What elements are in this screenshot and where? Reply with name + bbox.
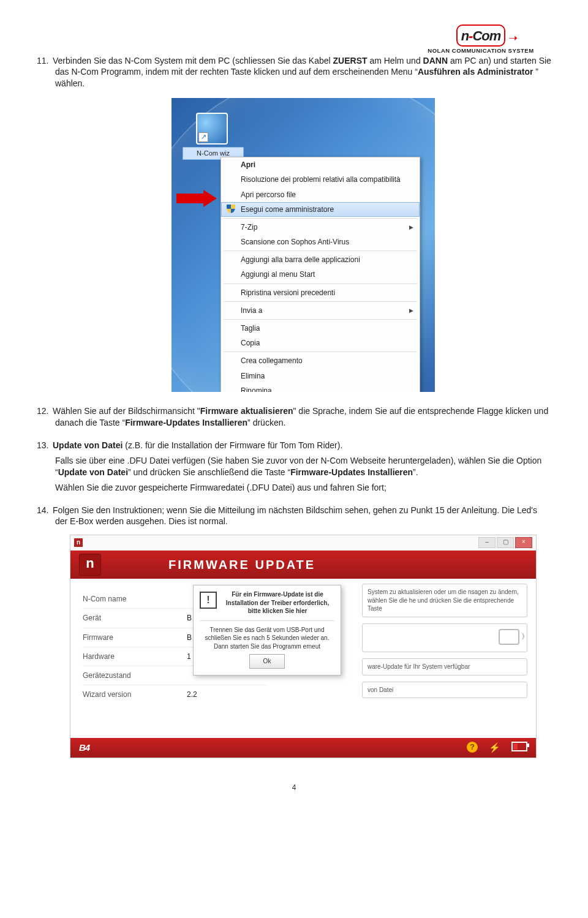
menu-item-taskbar[interactable]: Aggiungi alla barra delle applicazioni bbox=[221, 252, 420, 267]
uac-shield-icon bbox=[227, 205, 235, 213]
menu-item-cut[interactable]: Taglia bbox=[221, 321, 420, 336]
menu-item-compat[interactable]: Risoluzione dei problemi relativi alla c… bbox=[221, 172, 420, 187]
page-number: 4 bbox=[37, 783, 551, 792]
step-number: 14. bbox=[37, 505, 53, 516]
callout-arrow-icon bbox=[176, 190, 217, 207]
step-14: 14.Folgen Sie den Instruktionen; wenn Si… bbox=[37, 505, 551, 759]
shortcut-overlay-icon: ↗ bbox=[198, 132, 208, 142]
chevron-right-icon: ▶ bbox=[409, 307, 413, 314]
text-bold: Firmware-Updates Installieren bbox=[125, 418, 247, 427]
step-number: 11. bbox=[37, 55, 53, 67]
bolt-icon: ⚡ bbox=[489, 742, 500, 754]
text-bold: DANN bbox=[423, 56, 448, 66]
menu-item-label: Esegui come amministratore bbox=[241, 205, 334, 214]
speaker-icon bbox=[499, 629, 519, 645]
menu-item-restore[interactable]: Ripristina versioni precedenti bbox=[221, 285, 420, 300]
field-label: Gerät bbox=[83, 613, 187, 623]
footer-bar: B4 ? ⚡ bbox=[70, 738, 536, 758]
text: Wählen Sie auf der Bildschirmansicht " bbox=[53, 406, 200, 416]
text: Folgen Sie den Instruktionen; wenn Sie d… bbox=[53, 505, 537, 527]
step-12: 12.Wählen Sie auf der Bildschirmansicht … bbox=[37, 405, 551, 429]
ok-button[interactable]: Ok bbox=[249, 654, 285, 669]
field-value: 2.2 bbox=[187, 690, 197, 699]
logo-text-n: n bbox=[461, 28, 469, 43]
field-label: N-Com name bbox=[83, 594, 187, 604]
side-panel: System zu aktualisieren oder um die nsag… bbox=[362, 584, 527, 704]
field-value: B bbox=[187, 613, 192, 623]
field-label: Wizard version bbox=[83, 690, 187, 699]
text: ” und drücken Sie anschließend die Taste… bbox=[128, 467, 290, 477]
header-title: FIRMWARE UPDATE bbox=[168, 557, 315, 573]
field-row-wizard: Wizard version2.2 bbox=[83, 685, 266, 704]
text: Wählen Sie die zuvor gespeicherte Firmwa… bbox=[55, 482, 551, 494]
header-bar: n FIRMWARE UPDATE bbox=[70, 551, 536, 579]
screenshot-context-menu: ↗ N-Com wiz Apri Risoluzione dei problem… bbox=[172, 98, 435, 392]
menu-item-sophos[interactable]: Scansione con Sophos Anti-Virus bbox=[221, 235, 420, 249]
menu-item-label: Invia a bbox=[241, 306, 262, 315]
close-button[interactable]: × bbox=[515, 537, 532, 548]
menu-item-shortcut[interactable]: Crea collegamento bbox=[221, 353, 420, 368]
field-value: B bbox=[187, 633, 192, 642]
text: ” drücken. bbox=[247, 418, 285, 427]
menu-item-open-location[interactable]: Apri percorso file bbox=[221, 187, 420, 202]
menu-item-sendto[interactable]: Invia a ▶ bbox=[221, 303, 420, 318]
footer-tag: B4 bbox=[79, 742, 89, 754]
text-bold: ZUERST bbox=[333, 56, 368, 66]
text: (z.B. für die Installation der Firmware … bbox=[123, 440, 342, 450]
brand-square-icon: n bbox=[79, 554, 101, 576]
help-icon[interactable]: ? bbox=[467, 742, 478, 753]
field-label: Firmware bbox=[83, 633, 187, 642]
side-from-file[interactable]: von Datei bbox=[362, 682, 527, 699]
speaker-box[interactable] bbox=[362, 623, 527, 653]
menu-item-copy[interactable]: Copia bbox=[221, 336, 420, 350]
step-13: 13.Update von Datei (z.B. für die Instal… bbox=[37, 440, 551, 494]
logo-text-com: Com bbox=[472, 28, 500, 43]
step-11: 11.Verbinden Sie das N-Com System mit de… bbox=[37, 55, 551, 393]
screenshot-firmware-window: n – ▢ × n FIRMWARE UPDATE N-Com name Ger… bbox=[70, 535, 537, 758]
arrow-icon: ➝ bbox=[508, 31, 518, 45]
maximize-button[interactable]: ▢ bbox=[497, 537, 514, 548]
text-bold: Firmware aktualisieren bbox=[200, 406, 293, 416]
chevron-right-icon: ▶ bbox=[409, 224, 413, 231]
text-bold: Update von Datei bbox=[58, 467, 128, 477]
battery-icon bbox=[511, 742, 527, 751]
text-bold: Firmware-Updates Installieren bbox=[290, 467, 413, 477]
minimize-button[interactable]: – bbox=[478, 537, 496, 548]
menu-item-delete[interactable]: Elimina bbox=[221, 369, 420, 383]
app-icon: n bbox=[74, 538, 83, 547]
menu-item-label: 7-Zip bbox=[241, 223, 257, 231]
window-titlebar: n – ▢ × bbox=[70, 535, 536, 551]
logo-subtitle: NOLAN COMMUNICATION SYSTEM bbox=[410, 47, 551, 55]
side-help-text: System zu aktualisieren oder um die nsag… bbox=[362, 584, 527, 617]
brand-logo: n-Com ➝ NOLAN COMMUNICATION SYSTEM bbox=[410, 24, 551, 55]
dialog-link-text[interactable]: Für ein Firmware-Update ist die Installa… bbox=[200, 590, 334, 615]
warning-icon bbox=[200, 592, 217, 609]
field-label: Hardware bbox=[83, 652, 187, 661]
field-value: 1 bbox=[187, 652, 191, 661]
menu-item-open[interactable]: Apri bbox=[221, 157, 420, 172]
text-bold: Update von Datei bbox=[53, 440, 123, 450]
menu-item-7zip[interactable]: 7-Zip ▶ bbox=[221, 220, 420, 235]
dialog-message: Trennen Sie das Gerät vom USB-Port und s… bbox=[200, 626, 334, 651]
step-number: 12. bbox=[37, 405, 53, 417]
context-menu: Apri Risoluzione dei problemi relativi a… bbox=[221, 157, 420, 392]
text-bold: Ausführen als Administrator bbox=[418, 67, 533, 77]
desktop-shortcut-icon[interactable]: ↗ bbox=[196, 113, 228, 145]
text: am Helm und bbox=[368, 56, 423, 66]
modal-dialog: Für ein Firmware-Update ist die Installa… bbox=[193, 585, 341, 675]
menu-item-run-admin[interactable]: Esegui come amministratore bbox=[221, 202, 420, 217]
step-number: 13. bbox=[37, 440, 53, 451]
text: ”. bbox=[413, 467, 418, 477]
text: Verbinden Sie das N-Com System mit dem P… bbox=[53, 56, 333, 66]
field-label: Gerätezustand bbox=[83, 671, 187, 680]
menu-item-startmenu[interactable]: Aggiungi al menu Start bbox=[221, 267, 420, 282]
menu-item-rename[interactable]: Rinomina bbox=[221, 383, 420, 392]
side-update-available: ware-Update für Ihr System verfügbar bbox=[362, 658, 527, 675]
